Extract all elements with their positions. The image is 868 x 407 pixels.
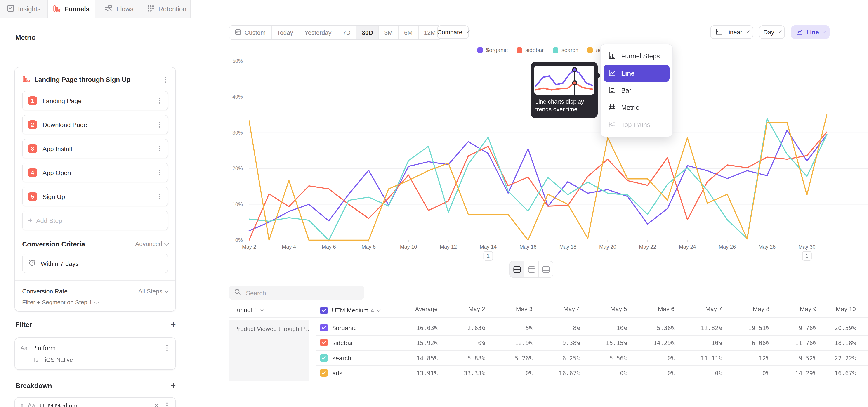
step-kebab-icon[interactable] — [156, 193, 162, 200]
svg-text:May 8: May 8 — [362, 244, 376, 250]
tab-insights[interactable]: Insights — [0, 0, 48, 18]
menu-item-line[interactable]: Line — [603, 65, 670, 82]
advanced-dropdown[interactable]: Advanced — [135, 240, 168, 247]
breakdown-column-header[interactable]: UTM Medium4 — [320, 307, 380, 314]
split-view-toggle[interactable] — [510, 261, 524, 277]
funnel-step-row[interactable]: 4App Open — [22, 163, 168, 182]
filter-property[interactable]: Platform — [32, 344, 159, 351]
column-header[interactable]: May 8 — [726, 306, 770, 312]
range-6m[interactable]: 6M — [399, 26, 418, 39]
annotation-badge[interactable]: 1 — [484, 251, 493, 260]
funnel-step-row[interactable]: 1Landing Page — [22, 91, 168, 111]
breakdown-kebab-icon[interactable] — [164, 402, 170, 407]
add-breakdown-button[interactable]: + — [171, 381, 176, 389]
cell-value: 16.03% — [394, 325, 438, 332]
filter-segment-dropdown[interactable]: Filter + Segment on Step 1 — [22, 299, 168, 306]
calendar-icon — [235, 29, 241, 37]
interval-dropdown[interactable]: Day — [759, 25, 785, 39]
tab-retention[interactable]: Retention — [143, 0, 191, 18]
column-header[interactable]: May 6 — [631, 306, 675, 312]
tab-flows[interactable]: Flows — [95, 0, 143, 18]
step-kebab-icon[interactable] — [156, 97, 162, 104]
column-header[interactable]: May 7 — [679, 306, 722, 312]
filter-kebab-icon[interactable] — [164, 344, 170, 351]
menu-item-bar[interactable]: Bar — [603, 82, 670, 99]
step-label: Download Page — [42, 121, 151, 128]
chart-type-dropdown[interactable]: Line — [791, 25, 830, 39]
breakdown-property[interactable]: UTM Medium — [39, 402, 150, 407]
tab-funnels[interactable]: Funnels — [48, 0, 95, 19]
series-search[interactable] — [249, 119, 827, 240]
cell-value: 18.18% — [812, 340, 856, 347]
menu-item-top-paths: Top Paths — [603, 116, 670, 133]
svg-text:May 30: May 30 — [798, 244, 815, 250]
column-header[interactable]: May 3 — [489, 306, 532, 312]
compare-button[interactable]: Compare — [437, 25, 469, 39]
range-7d[interactable]: 7D — [337, 26, 356, 39]
metric-kebab-icon[interactable] — [162, 76, 168, 83]
search-input[interactable] — [245, 289, 359, 297]
step-kebab-icon[interactable] — [156, 145, 162, 152]
annotation-badge[interactable]: 1 — [802, 251, 811, 260]
funnel-step-row[interactable]: 2Download Page — [22, 115, 168, 134]
metric-title: Landing Page through Sign Up — [34, 76, 157, 83]
tooltip-text: Line charts display trends over time. — [534, 95, 594, 115]
step-label: App Open — [42, 169, 151, 176]
menu-item-label: Top Paths — [621, 121, 650, 128]
column-header[interactable]: May 9 — [773, 306, 816, 312]
menu-item-metric[interactable]: Metric — [603, 99, 670, 116]
range-custom[interactable]: Custom — [229, 26, 272, 39]
row-checkbox[interactable] — [320, 324, 328, 332]
column-header[interactable]: May 2 — [442, 306, 485, 312]
drag-handle-icon[interactable]: ≡ — [20, 405, 23, 406]
layout-toggle-group — [509, 261, 553, 278]
conversion-window-button[interactable]: Within 7 days — [22, 254, 168, 273]
chart-view-toggle[interactable] — [524, 261, 539, 277]
column-header[interactable]: May 10 — [812, 306, 856, 312]
all-steps-dropdown[interactable]: All Steps — [138, 288, 168, 294]
range-30d[interactable]: 30D — [356, 26, 379, 39]
range-3m[interactable]: 3M — [379, 26, 399, 39]
range-today[interactable]: Today — [272, 26, 299, 39]
column-header[interactable]: Average — [394, 306, 438, 312]
menu-item-label: Funnel Steps — [621, 53, 660, 60]
column-header[interactable]: May 4 — [537, 306, 580, 312]
select-all-checkbox[interactable] — [320, 307, 328, 314]
funnel-column-header[interactable]: Funnel1 — [233, 307, 264, 313]
row-checkbox[interactable] — [320, 339, 328, 347]
flows-icon — [105, 4, 113, 13]
range-yesterday[interactable]: Yesterday — [299, 26, 337, 39]
range-label: 30D — [362, 29, 373, 36]
series-organic[interactable] — [249, 130, 827, 231]
cell-value: 9.52% — [773, 355, 816, 362]
metric-steps: 1Landing Page2Download Page3App Install4… — [22, 91, 168, 206]
cell-value: 16.67% — [812, 370, 856, 377]
funnel-group-cell[interactable]: Product Viewed through P... — [229, 320, 309, 381]
chevron-down-icon — [164, 241, 169, 246]
filter-value[interactable]: iOS Native — [45, 356, 73, 363]
report-tabbar: InsightsFunnelsFlowsRetention — [0, 0, 191, 18]
chart-type-tooltip: Line charts display trends over time. — [531, 62, 598, 118]
add-step-button[interactable]: + Add Step — [22, 211, 168, 230]
step-kebab-icon[interactable] — [156, 121, 162, 128]
svg-text:May 14: May 14 — [480, 244, 497, 250]
step-kebab-icon[interactable] — [156, 169, 162, 176]
cell-value: 9.38% — [537, 340, 580, 347]
step-number-badge: 5 — [28, 192, 37, 201]
funnel-step-row[interactable]: 3App Install — [22, 139, 168, 158]
row-checkbox[interactable] — [320, 369, 328, 377]
menu-item-funnel-steps[interactable]: Funnel Steps — [603, 48, 670, 65]
table-search[interactable] — [229, 286, 364, 300]
add-filter-button[interactable]: + — [171, 320, 176, 328]
line-chart[interactable]: 0%10%20%30%40%50%May 2May 4May 6May 8May… — [191, 45, 868, 267]
funnel-step-row[interactable]: 5Sign Up — [22, 187, 168, 206]
breakdown-card: ≡ Aa UTM Medium — [14, 397, 176, 407]
row-checkbox[interactable] — [320, 354, 328, 362]
scale-dropdown[interactable]: Linear — [710, 25, 753, 39]
remove-breakdown-icon[interactable] — [154, 403, 159, 407]
column-header[interactable]: May 5 — [584, 306, 627, 312]
table-view-toggle[interactable] — [539, 261, 553, 277]
cell-value: 8% — [537, 325, 580, 332]
filter-operator[interactable]: Is — [34, 356, 38, 363]
svg-text:May 22: May 22 — [639, 244, 656, 250]
